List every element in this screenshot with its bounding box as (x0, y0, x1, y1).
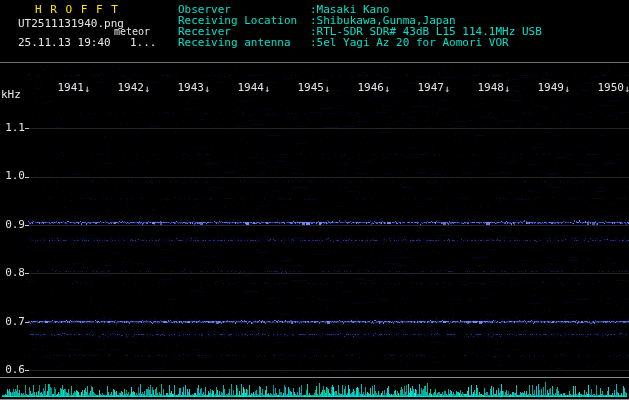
tick-down-arrow-icon: ↓ (144, 83, 150, 95)
tick-down-arrow-icon: ↓ (504, 83, 510, 95)
tick-down-arrow-icon: ↓ (204, 83, 210, 95)
x-tick-label: 1946 (357, 81, 384, 94)
tick-down-arrow-icon: ↓ (84, 83, 90, 95)
meta-value-antenna: :5el Yagi Az 20 for Aomori VOR (310, 37, 509, 49)
x-tick-label: 1942 (117, 81, 144, 94)
tick-down-arrow-icon: ↓ (264, 83, 270, 95)
x-tick: 1945↓ (290, 82, 330, 94)
meta-label-antenna: Receiving antenna (178, 37, 291, 49)
y-tick-label: 0.9 (0, 219, 25, 231)
y-tick-label: 1.1 (0, 122, 25, 134)
x-tick-label: 1945 (297, 81, 324, 94)
x-tick: 1946↓ (350, 82, 390, 94)
x-tick-label: 1947 (417, 81, 444, 94)
tick-down-arrow-icon: ↓ (384, 83, 390, 95)
app-title: H R O F F T (35, 4, 119, 16)
hrofft-screen: H R O F F T UT2511131940.png meteor 25.1… (0, 0, 629, 400)
x-tick-label: 1941 (57, 81, 84, 94)
y-axis-unit: kHz (1, 89, 21, 101)
x-tick: 1947↓ (410, 82, 450, 94)
x-tick-label: 1948 (477, 81, 504, 94)
spectrogram-canvas (0, 0, 629, 400)
x-tick: 1948↓ (470, 82, 510, 94)
x-tick: 1944↓ (230, 82, 270, 94)
image-counter: 1... (130, 37, 157, 49)
x-tick-label: 1944 (237, 81, 264, 94)
x-tick-label: 1943 (177, 81, 204, 94)
x-tick: 1943↓ (170, 82, 210, 94)
tick-down-arrow-icon: ↓ (324, 83, 330, 95)
x-tick: 1949↓ (530, 82, 570, 94)
x-tick: 1950↓ (590, 82, 629, 94)
y-tick-label: 0.6 (0, 364, 25, 376)
y-tick-label: 0.7 (0, 316, 25, 328)
x-tick-label: 1950 (597, 81, 624, 94)
x-tick-label: 1949 (537, 81, 564, 94)
y-tick-label: 1.0 (0, 170, 25, 182)
x-tick: 1941↓ (50, 82, 90, 94)
tick-down-arrow-icon: ↓ (564, 83, 570, 95)
tick-down-arrow-icon: ↓ (624, 83, 629, 95)
x-tick: 1942↓ (110, 82, 150, 94)
filename: UT2511131940.png (18, 18, 124, 30)
tick-down-arrow-icon: ↓ (444, 83, 450, 95)
y-tick-label: 0.8 (0, 267, 25, 279)
datetime: 25.11.13 19:40 (18, 37, 111, 49)
